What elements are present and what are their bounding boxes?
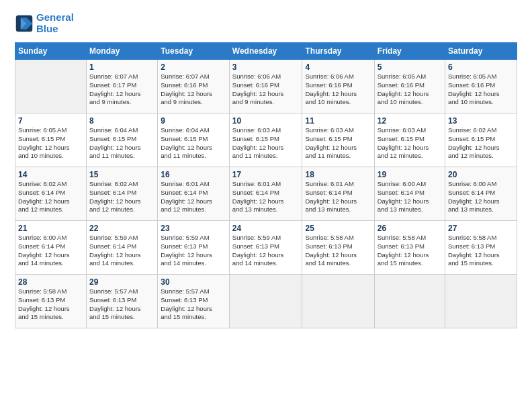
day-number: 22 <box>89 224 154 233</box>
day-info: Sunrise: 6:07 AM Sunset: 6:16 PM Dayligh… <box>161 73 226 107</box>
calendar-cell: 4Sunrise: 6:06 AM Sunset: 6:16 PM Daylig… <box>302 60 374 113</box>
day-info: Sunrise: 6:04 AM Sunset: 6:15 PM Dayligh… <box>89 126 154 161</box>
calendar-cell: 25Sunrise: 5:58 AM Sunset: 6:13 PM Dayli… <box>302 221 374 275</box>
weekday-header: Saturday <box>445 43 517 60</box>
logo-text: General Blue <box>36 12 74 34</box>
calendar-cell: 3Sunrise: 6:06 AM Sunset: 6:16 PM Daylig… <box>229 60 302 113</box>
calendar-cell: 24Sunrise: 5:59 AM Sunset: 6:13 PM Dayli… <box>229 221 302 275</box>
day-info: Sunrise: 6:04 AM Sunset: 6:15 PM Dayligh… <box>161 126 226 161</box>
day-number: 20 <box>448 170 514 179</box>
calendar-cell: 7Sunrise: 6:05 AM Sunset: 6:15 PM Daylig… <box>15 113 87 167</box>
calendar-cell: 2Sunrise: 6:07 AM Sunset: 6:16 PM Daylig… <box>158 60 230 113</box>
calendar-cell <box>229 275 302 328</box>
day-number: 25 <box>305 224 371 233</box>
day-number: 14 <box>18 170 83 179</box>
page: General Blue SundayMondayTuesdayWednesda… <box>0 0 532 411</box>
day-info: Sunrise: 5:57 AM Sunset: 6:13 PM Dayligh… <box>161 287 226 322</box>
day-number: 11 <box>305 116 371 126</box>
calendar-cell: 17Sunrise: 6:01 AM Sunset: 6:14 PM Dayli… <box>229 167 302 221</box>
calendar-cell <box>302 275 374 328</box>
calendar-cell: 19Sunrise: 6:00 AM Sunset: 6:14 PM Dayli… <box>374 167 445 221</box>
calendar-cell: 22Sunrise: 5:59 AM Sunset: 6:14 PM Dayli… <box>87 221 158 275</box>
day-info: Sunrise: 5:59 AM Sunset: 6:14 PM Dayligh… <box>89 234 154 268</box>
day-number: 21 <box>18 224 83 233</box>
day-number: 6 <box>448 62 514 72</box>
calendar-week-row: 1Sunrise: 6:07 AM Sunset: 6:17 PM Daylig… <box>15 60 517 113</box>
day-info: Sunrise: 6:03 AM Sunset: 6:15 PM Dayligh… <box>305 126 371 161</box>
calendar-cell: 29Sunrise: 5:57 AM Sunset: 6:13 PM Dayli… <box>87 275 158 328</box>
calendar-cell: 8Sunrise: 6:04 AM Sunset: 6:15 PM Daylig… <box>87 113 158 167</box>
calendar-cell: 23Sunrise: 5:59 AM Sunset: 6:13 PM Dayli… <box>158 221 230 275</box>
day-number: 4 <box>305 62 371 72</box>
day-number: 9 <box>161 116 226 126</box>
day-info: Sunrise: 6:00 AM Sunset: 6:14 PM Dayligh… <box>378 180 442 214</box>
calendar-cell: 18Sunrise: 6:01 AM Sunset: 6:14 PM Dayli… <box>302 167 374 221</box>
calendar-cell: 27Sunrise: 5:58 AM Sunset: 6:13 PM Dayli… <box>445 221 517 275</box>
calendar-cell <box>15 60 87 113</box>
calendar-week-row: 14Sunrise: 6:02 AM Sunset: 6:14 PM Dayli… <box>15 167 517 221</box>
day-info: Sunrise: 5:58 AM Sunset: 6:13 PM Dayligh… <box>305 234 371 268</box>
calendar-week-row: 28Sunrise: 5:58 AM Sunset: 6:13 PM Dayli… <box>15 275 517 328</box>
calendar-cell: 1Sunrise: 6:07 AM Sunset: 6:17 PM Daylig… <box>87 60 158 113</box>
day-number: 1 <box>89 62 154 72</box>
weekday-header: Wednesday <box>229 43 302 60</box>
day-info: Sunrise: 5:59 AM Sunset: 6:13 PM Dayligh… <box>232 234 300 268</box>
day-number: 27 <box>448 224 514 233</box>
calendar-cell <box>374 275 445 328</box>
calendar-cell: 15Sunrise: 6:02 AM Sunset: 6:14 PM Dayli… <box>87 167 158 221</box>
day-info: Sunrise: 6:03 AM Sunset: 6:15 PM Dayligh… <box>232 126 300 161</box>
calendar-cell: 28Sunrise: 5:58 AM Sunset: 6:13 PM Dayli… <box>15 275 87 328</box>
day-info: Sunrise: 6:06 AM Sunset: 6:16 PM Dayligh… <box>305 73 371 107</box>
day-number: 15 <box>89 170 154 179</box>
day-number: 26 <box>378 224 442 233</box>
day-number: 17 <box>232 170 300 179</box>
day-info: Sunrise: 6:05 AM Sunset: 6:15 PM Dayligh… <box>18 126 83 161</box>
day-number: 30 <box>161 277 226 287</box>
calendar-cell <box>445 275 517 328</box>
day-number: 5 <box>378 62 442 72</box>
calendar-cell: 14Sunrise: 6:02 AM Sunset: 6:14 PM Dayli… <box>15 167 87 221</box>
day-number: 7 <box>18 116 83 126</box>
calendar-cell: 16Sunrise: 6:01 AM Sunset: 6:14 PM Dayli… <box>158 167 230 221</box>
day-info: Sunrise: 6:02 AM Sunset: 6:14 PM Dayligh… <box>18 180 83 214</box>
calendar-cell: 6Sunrise: 6:05 AM Sunset: 6:16 PM Daylig… <box>445 60 517 113</box>
day-number: 19 <box>378 170 442 179</box>
weekday-header: Monday <box>87 43 158 60</box>
calendar-cell: 11Sunrise: 6:03 AM Sunset: 6:15 PM Dayli… <box>302 113 374 167</box>
day-info: Sunrise: 6:03 AM Sunset: 6:15 PM Dayligh… <box>378 126 442 161</box>
day-info: Sunrise: 6:01 AM Sunset: 6:14 PM Dayligh… <box>232 180 300 214</box>
calendar-cell: 30Sunrise: 5:57 AM Sunset: 6:13 PM Dayli… <box>158 275 230 328</box>
day-number: 18 <box>305 170 371 179</box>
day-number: 28 <box>18 277 83 287</box>
day-info: Sunrise: 5:57 AM Sunset: 6:13 PM Dayligh… <box>89 287 154 322</box>
day-info: Sunrise: 6:02 AM Sunset: 6:14 PM Dayligh… <box>89 180 154 214</box>
day-number: 8 <box>89 116 154 126</box>
calendar-cell: 20Sunrise: 6:00 AM Sunset: 6:14 PM Dayli… <box>445 167 517 221</box>
day-number: 10 <box>232 116 300 126</box>
header: General Blue <box>15 12 517 34</box>
calendar-cell: 21Sunrise: 6:00 AM Sunset: 6:14 PM Dayli… <box>15 221 87 275</box>
calendar-week-row: 7Sunrise: 6:05 AM Sunset: 6:15 PM Daylig… <box>15 113 517 167</box>
day-number: 16 <box>161 170 226 179</box>
logo-icon <box>15 14 34 33</box>
day-info: Sunrise: 6:02 AM Sunset: 6:15 PM Dayligh… <box>448 126 514 161</box>
day-number: 29 <box>89 277 154 287</box>
day-info: Sunrise: 5:59 AM Sunset: 6:13 PM Dayligh… <box>161 234 226 268</box>
day-info: Sunrise: 6:01 AM Sunset: 6:14 PM Dayligh… <box>161 180 226 214</box>
weekday-header: Thursday <box>302 43 374 60</box>
day-number: 24 <box>232 224 300 233</box>
day-info: Sunrise: 6:07 AM Sunset: 6:17 PM Dayligh… <box>89 73 154 107</box>
day-info: Sunrise: 6:00 AM Sunset: 6:14 PM Dayligh… <box>448 180 514 214</box>
day-number: 3 <box>232 62 300 72</box>
day-info: Sunrise: 6:06 AM Sunset: 6:16 PM Dayligh… <box>232 73 300 107</box>
day-info: Sunrise: 6:00 AM Sunset: 6:14 PM Dayligh… <box>18 234 83 268</box>
calendar-cell: 12Sunrise: 6:03 AM Sunset: 6:15 PM Dayli… <box>374 113 445 167</box>
day-info: Sunrise: 6:05 AM Sunset: 6:16 PM Dayligh… <box>378 73 442 107</box>
day-number: 23 <box>161 224 226 233</box>
day-number: 2 <box>161 62 226 72</box>
day-info: Sunrise: 6:01 AM Sunset: 6:14 PM Dayligh… <box>305 180 371 214</box>
day-info: Sunrise: 6:05 AM Sunset: 6:16 PM Dayligh… <box>448 73 514 107</box>
calendar-week-row: 21Sunrise: 6:00 AM Sunset: 6:14 PM Dayli… <box>15 221 517 275</box>
calendar-header: SundayMondayTuesdayWednesdayThursdayFrid… <box>15 43 517 60</box>
weekday-header: Tuesday <box>158 43 230 60</box>
